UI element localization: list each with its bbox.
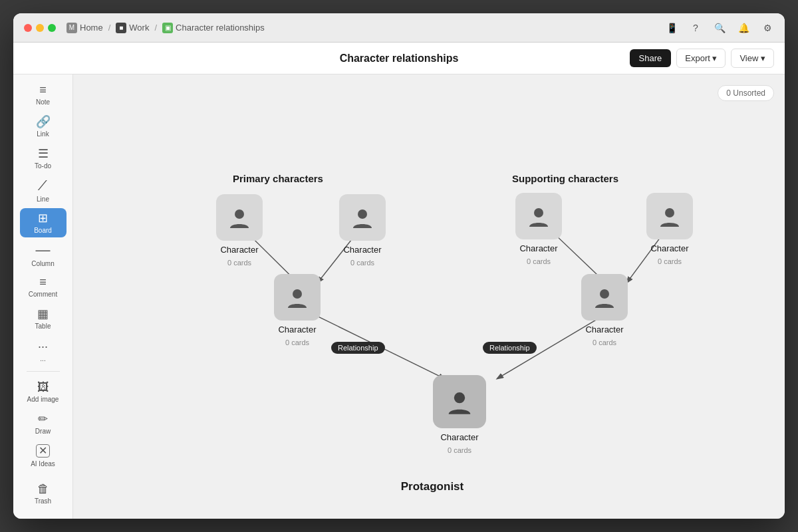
svg-point-10 (665, 208, 674, 217)
sidebar-column-label: Column (31, 260, 54, 267)
unsorted-badge: 0 Unsorted (718, 85, 774, 101)
character-cards-6: 0 cards (593, 338, 616, 346)
sidebar-item-note[interactable]: ≡ Note (20, 80, 66, 109)
ai-icon: ✕ (36, 444, 50, 458)
breadcrumb-work[interactable]: ■ Work (116, 23, 149, 33)
sidebar-divider (27, 371, 60, 372)
character-card-5[interactable]: Character 0 cards (274, 274, 321, 346)
sidebar-trash-label: Trash (35, 497, 51, 505)
character-cards-7: 0 cards (448, 446, 471, 454)
view-button[interactable]: View ▾ (731, 49, 774, 68)
sidebar-item-table[interactable]: ▦ Table (20, 305, 66, 334)
primary-characters-label: Primary characters (233, 173, 323, 184)
character-name-6: Character (585, 325, 623, 334)
character-name-3: Character (519, 243, 557, 253)
sidebar-ai-label: AI Ideas (31, 460, 55, 467)
character-card-6[interactable]: Character 0 cards (581, 274, 628, 346)
board-icon: ▣ (162, 23, 173, 33)
sidebar-more-label: ... (40, 355, 45, 362)
column-icon: — (36, 243, 51, 257)
character-name-4: Character (650, 243, 688, 253)
draw-icon: ✏ (38, 413, 48, 425)
character-avatar-4 (646, 193, 693, 239)
character-cards-5: 0 cards (285, 338, 309, 346)
share-button[interactable]: Share (630, 49, 672, 67)
board-icon-sidebar: ⊞ (38, 212, 48, 224)
character-card-2[interactable]: Character 0 cards (339, 194, 386, 267)
canvas[interactable]: 0 Unsorted Primary characters Supporting… (73, 74, 785, 519)
breadcrumb-home[interactable]: M Home (66, 23, 103, 33)
sidebar-item-board[interactable]: ⊞ Board (20, 208, 66, 237)
settings-icon[interactable]: ⚙ (761, 21, 774, 35)
character-name-7: Character (440, 432, 478, 442)
character-name-2: Character (343, 245, 381, 255)
character-avatar-2 (339, 194, 386, 241)
titlebar: M Home / ■ Work / ▣ Character relationsh… (13, 13, 785, 43)
page-title: Character relationships (340, 53, 459, 65)
breadcrumb-board-label: Character relationships (176, 23, 265, 33)
more-icon: ··· (38, 340, 48, 352)
home-icon: M (66, 23, 77, 33)
close-button[interactable] (24, 24, 32, 32)
add-image-icon: 🖼 (37, 381, 49, 393)
character-cards-2: 0 cards (350, 259, 374, 267)
sidebar-note-label: Note (36, 98, 50, 106)
arrows-overlay (73, 74, 785, 519)
sidebar-item-todo[interactable]: ☰ To-do (20, 144, 66, 174)
relationship-badge-1: Relationship (331, 342, 385, 354)
character-name-1: Character (220, 245, 258, 255)
svg-point-7 (235, 209, 244, 219)
breadcrumb-sep-1: / (108, 23, 111, 33)
character-card-1[interactable]: Character 0 cards (216, 194, 263, 267)
breadcrumb-board[interactable]: ▣ Character relationships (162, 23, 265, 33)
character-cards-3: 0 cards (527, 257, 551, 265)
search-icon[interactable]: 🔍 (713, 21, 726, 35)
titlebar-actions: 📱 ? 🔍 🔔 ⚙ (665, 21, 774, 35)
table-icon: ▦ (37, 308, 49, 320)
todo-icon: ☰ (38, 148, 49, 160)
sidebar-table-label: Table (35, 323, 51, 330)
traffic-lights (24, 24, 56, 32)
character-card-3[interactable]: Character 0 cards (515, 193, 562, 265)
phone-icon[interactable]: 📱 (665, 21, 678, 35)
note-icon: ≡ (39, 84, 47, 96)
notification-icon[interactable]: 🔔 (737, 21, 750, 35)
character-card-4[interactable]: Character 0 cards (646, 193, 693, 265)
character-card-7[interactable]: Character 0 cards (433, 375, 486, 454)
sidebar-item-line[interactable]: ∕ Line (20, 176, 66, 205)
sidebar-item-draw[interactable]: ✏ Draw (20, 409, 66, 438)
app-window: M Home / ■ Work / ▣ Character relationsh… (13, 13, 785, 519)
sidebar-draw-label: Draw (35, 428, 51, 435)
help-icon[interactable]: ? (689, 21, 702, 35)
sidebar-item-trash[interactable]: 🗑 Trash (20, 473, 66, 513)
maximize-button[interactable] (48, 24, 56, 32)
character-cards-1: 0 cards (227, 259, 251, 267)
svg-point-8 (358, 209, 367, 219)
relationship-badge-2: Relationship (483, 342, 537, 354)
minimize-button[interactable] (36, 24, 44, 32)
link-icon: 🔗 (36, 116, 51, 128)
character-avatar-5 (274, 274, 321, 321)
sidebar-item-ai[interactable]: ✕ AI Ideas (20, 442, 66, 471)
sidebar-item-more[interactable]: ··· ... (20, 336, 66, 366)
sidebar-item-add-image[interactable]: 🖼 Add image (20, 377, 66, 406)
sidebar-add-image-label: Add image (27, 396, 59, 403)
character-avatar-6 (581, 274, 628, 321)
sidebar-item-comment[interactable]: ≡ Comment (20, 273, 66, 302)
svg-point-11 (293, 289, 302, 299)
character-avatar-7 (433, 375, 486, 428)
character-avatar-3 (515, 193, 562, 239)
breadcrumb-work-label: Work (129, 23, 149, 33)
trash-icon: 🗑 (37, 483, 49, 495)
work-icon: ■ (116, 23, 126, 33)
sidebar-todo-label: To-do (35, 162, 51, 170)
sidebar-item-link[interactable]: 🔗 Link (20, 112, 66, 141)
export-button[interactable]: Export ▾ (676, 49, 726, 68)
sidebar-bottom: 🗑 Trash (20, 473, 66, 513)
svg-point-12 (600, 289, 609, 299)
sidebar-line-label: Line (37, 196, 49, 203)
sidebar-link-label: Link (37, 130, 49, 138)
sidebar-item-column[interactable]: — Column (20, 240, 66, 269)
svg-point-9 (534, 208, 543, 217)
breadcrumb: M Home / ■ Work / ▣ Character relationsh… (66, 23, 265, 33)
